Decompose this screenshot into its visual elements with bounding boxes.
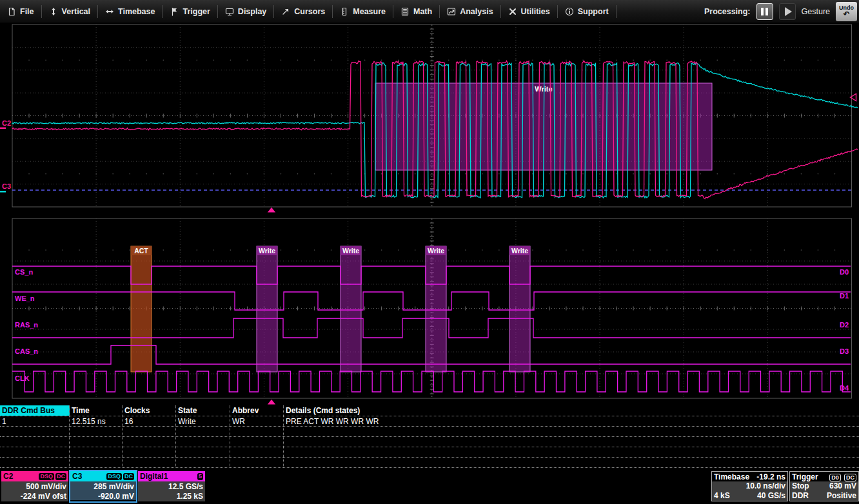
digital1-samples: 1.25 kS bbox=[140, 492, 203, 501]
digital1-sample-rate: 12.5 GS/s bbox=[140, 482, 203, 492]
cell-empty bbox=[230, 427, 284, 436]
undo-arrow-icon: ↶ bbox=[843, 11, 849, 18]
menu-item-file[interactable]: File bbox=[0, 0, 41, 23]
d0-label: D0 bbox=[840, 268, 849, 276]
d2-label: D2 bbox=[840, 321, 849, 329]
cell-empty bbox=[0, 458, 70, 467]
timebase-samples: 4 kS bbox=[714, 491, 730, 501]
cell-empty bbox=[0, 427, 70, 436]
write-band-label: Write bbox=[511, 247, 528, 255]
analog-grid bbox=[12, 24, 852, 207]
cas_n-label: CAS_n bbox=[15, 347, 38, 355]
menu-bar: File Vertical Timebase Trigger Display C… bbox=[0, 0, 859, 23]
timebase-per-div: 10.0 ns/div bbox=[746, 481, 785, 491]
analog-channel-labels: C2C3 bbox=[0, 119, 11, 193]
write-band-label: Write bbox=[342, 247, 359, 255]
digital-traces bbox=[12, 266, 851, 392]
table-header-ddr-cmd-bus[interactable]: DDR Cmd Bus bbox=[0, 405, 70, 416]
cursor-arrow-icon bbox=[281, 7, 290, 16]
pause-button[interactable] bbox=[756, 3, 773, 20]
c2-dc-badge: DC bbox=[55, 473, 66, 480]
chart-icon bbox=[447, 7, 456, 16]
cell-empty bbox=[0, 437, 70, 447]
c2-trace bbox=[12, 61, 858, 199]
cell-details: PRE ACT WR WR WR WR bbox=[284, 416, 859, 426]
menu-item-display[interactable]: Display bbox=[218, 0, 273, 23]
c2-descriptor-box[interactable]: C2 DSQ DC 500 mV/div -224 mV ofst bbox=[1, 471, 68, 501]
ras_n-label: RAS_n bbox=[15, 321, 38, 329]
c3-level-marker bbox=[0, 191, 6, 193]
play-button[interactable] bbox=[779, 3, 796, 20]
table-header-time: Time bbox=[70, 405, 123, 416]
trigger-time-marker-analog[interactable] bbox=[268, 208, 275, 213]
c3-dc-badge: DC bbox=[123, 473, 134, 480]
c2-dsq-badge: DSQ bbox=[39, 473, 54, 480]
timebase-sample-rate: 40 GS/s bbox=[757, 491, 785, 501]
menu-item-timebase[interactable]: Timebase bbox=[98, 0, 162, 23]
horizontal-arrows-icon bbox=[105, 7, 114, 16]
trigger-time-marker-digital[interactable] bbox=[268, 400, 275, 405]
d3-label: D3 bbox=[840, 347, 849, 355]
menu-item-trigger[interactable]: Trigger bbox=[163, 0, 217, 23]
table-row-empty[interactable] bbox=[0, 447, 859, 458]
menu-right-controls: Processing: Gesture Undo ↶ bbox=[704, 2, 859, 21]
write-band bbox=[509, 246, 530, 372]
menu-item-label: Measure bbox=[353, 7, 386, 16]
menu-item-utilities[interactable]: Utilities bbox=[501, 0, 557, 23]
trigger-type: DDR bbox=[792, 491, 809, 501]
menu-item-label: Utilities bbox=[521, 7, 550, 16]
cas_n-trace bbox=[12, 345, 851, 364]
table-row-empty[interactable] bbox=[0, 427, 859, 437]
we_n-trace bbox=[12, 292, 851, 310]
monitor-icon bbox=[225, 7, 234, 16]
table-row-empty[interactable] bbox=[0, 437, 859, 447]
table-row[interactable]: 1 12.515 ns 16 Write WR PRE ACT WR WR WR… bbox=[0, 416, 859, 427]
cell-empty bbox=[284, 458, 859, 467]
trigger-dc-badge: DC bbox=[844, 474, 856, 481]
ruler-icon bbox=[340, 7, 349, 16]
table-header-clocks: Clocks bbox=[123, 405, 176, 416]
cell-empty bbox=[176, 437, 230, 447]
trigger-level: 630 mV bbox=[829, 481, 856, 491]
table-header-details: Details (Cmd states) bbox=[284, 405, 859, 416]
write-band-label: Write bbox=[259, 247, 275, 255]
analog-write-overlay: Write bbox=[375, 83, 712, 170]
c3-descriptor-box[interactable]: C3 DSQ DC 285 mV/div -920.0 mV bbox=[69, 470, 137, 503]
cell-state: Write bbox=[176, 416, 230, 426]
oscilloscope-app: File Vertical Timebase Trigger Display C… bbox=[0, 0, 859, 504]
digital1-descriptor-box[interactable]: Digital1 5 12.5 GS/s 1.25 kS bbox=[138, 471, 205, 501]
d4-label: D4 bbox=[840, 384, 849, 392]
menu-item-vertical[interactable]: Vertical bbox=[42, 0, 97, 23]
ddr-cmd-bus-table: DDR Cmd Bus Time Clocks State Abbrev Det… bbox=[0, 405, 859, 468]
cell-empty bbox=[70, 427, 123, 436]
write-band bbox=[426, 246, 446, 372]
menu-item-support[interactable]: Support bbox=[558, 0, 616, 23]
we_n-label: WE_n bbox=[15, 295, 35, 302]
menu-item-label: Analysis bbox=[460, 7, 493, 16]
undo-button[interactable]: Undo ↶ bbox=[836, 2, 857, 21]
clk-trace bbox=[12, 371, 851, 392]
menu-item-math[interactable]: Math bbox=[393, 0, 439, 23]
trigger-level-marker[interactable] bbox=[851, 94, 856, 101]
cell-empty bbox=[230, 447, 284, 457]
digital1-name: Digital1 bbox=[140, 472, 168, 481]
menu-item-analysis[interactable]: Analysis bbox=[440, 0, 500, 23]
menu-item-cursors[interactable]: Cursors bbox=[274, 0, 332, 23]
file-icon bbox=[7, 7, 16, 16]
table-header-abbrev: Abbrev bbox=[230, 405, 284, 416]
menu-item-measure[interactable]: Measure bbox=[333, 0, 393, 23]
timebase-descriptor-box[interactable]: Timebase -19.2 ns 10.0 ns/div 4 kS40 GS/… bbox=[711, 471, 788, 501]
vertical-arrows-icon bbox=[49, 7, 58, 16]
cell-empty bbox=[230, 437, 284, 447]
cell-empty bbox=[230, 458, 284, 467]
timebase-offset: -19.2 ns bbox=[756, 472, 785, 481]
table-row-empty[interactable] bbox=[0, 458, 859, 468]
gesture-label: Gesture bbox=[802, 7, 830, 16]
menu-item-label: Timebase bbox=[118, 7, 155, 16]
trigger-title: Trigger bbox=[792, 472, 818, 481]
act-band bbox=[131, 246, 152, 372]
digital-grid bbox=[12, 218, 852, 398]
trigger-descriptor-box[interactable]: Trigger D0 DC Stop630 mV DDRPositive bbox=[789, 471, 859, 501]
cell-index: 1 bbox=[0, 416, 70, 426]
digital-labels: CS_nD0WE_nD1RAS_nD2CAS_nD3CLKD4 bbox=[15, 268, 849, 392]
